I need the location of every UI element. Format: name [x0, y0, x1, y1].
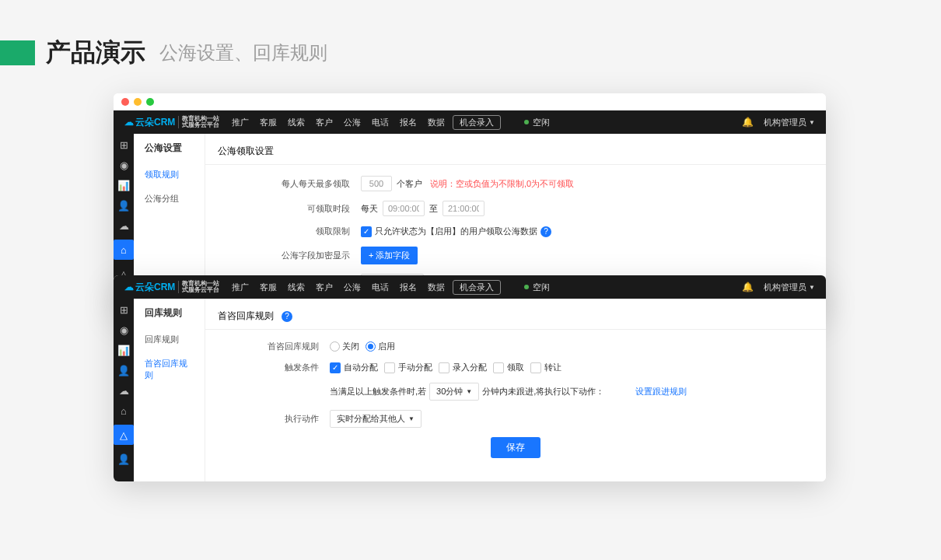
prefix-daily: 每天: [361, 203, 378, 215]
nav-baoming[interactable]: 报名: [400, 282, 417, 293]
user-menu[interactable]: 机构管理员▼: [764, 282, 815, 293]
logo: ☁云朵CRM 教育机构一站式服务云平台: [124, 116, 219, 129]
opt-manual: 手动分配: [398, 362, 432, 373]
rail-home-icon[interactable]: ⌂: [117, 404, 130, 417]
nav-dianhua[interactable]: 电话: [372, 282, 389, 293]
opt-auto: 自动分配: [344, 362, 378, 373]
nav-kehu[interactable]: 客户: [316, 117, 333, 128]
status-indicator: 空闲: [524, 117, 550, 128]
window-huiku: ☁云朵CRM 教育机构一站式服务云平台 推广 客服 线索 客户 公海 电话 报名…: [114, 275, 826, 481]
user-menu[interactable]: 机构管理员▼: [764, 117, 815, 128]
cb-manual[interactable]: [384, 362, 395, 373]
rail-person-icon[interactable]: 👤: [117, 453, 130, 465]
label-encrypt-fields: 公海字段加密显示: [205, 250, 361, 261]
chance-entry-button[interactable]: 机会录入: [453, 115, 501, 130]
rail-cloud-icon[interactable]: ☁: [117, 219, 130, 232]
nav-shuju[interactable]: 数据: [428, 117, 445, 128]
bell-icon[interactable]: 🔔: [742, 117, 753, 128]
rail-cloud-icon[interactable]: ☁: [117, 384, 130, 397]
cb-zhuanrang[interactable]: [530, 362, 541, 373]
nav-kefu[interactable]: 客服: [260, 117, 277, 128]
nav-tuiguang[interactable]: 推广: [232, 117, 249, 128]
link-follow-rule[interactable]: 设置跟进规则: [635, 386, 687, 397]
label-claim-limit: 领取限制: [205, 226, 361, 237]
nav-shuju[interactable]: 数据: [428, 282, 445, 293]
nav-links: 推广 客服 线索 客户 公海 电话 报名 数据: [232, 282, 445, 293]
label-off: 关闭: [342, 341, 359, 352]
nav-gonghai[interactable]: 公海: [344, 282, 361, 293]
bell-icon[interactable]: 🔔: [742, 282, 753, 292]
rail-chart-icon[interactable]: 📊: [117, 179, 130, 191]
logo: ☁云朵CRM 教育机构一站式服务云平台: [124, 281, 219, 294]
add-field-button[interactable]: + 添加字段: [361, 247, 418, 264]
opt-luru: 录入分配: [453, 362, 487, 373]
rail-shield-icon[interactable]: ◉: [117, 324, 130, 336]
rail-user-icon[interactable]: 👤: [117, 364, 130, 376]
label-on: 启用: [378, 341, 395, 352]
label-max-claim: 每人每天最多领取: [205, 178, 361, 190]
main-title: 公海领取设置: [205, 138, 826, 165]
rail-shield-icon[interactable]: ◉: [117, 159, 130, 171]
rail-user-icon[interactable]: 👤: [117, 199, 130, 212]
help-icon[interactable]: ?: [282, 311, 292, 322]
nav-xiansuo[interactable]: 线索: [288, 117, 305, 128]
opt-lingqu: 领取: [507, 362, 524, 373]
cb-auto[interactable]: ✓: [330, 362, 341, 373]
menu-title: 公海设置: [134, 134, 205, 163]
rail-grid-icon[interactable]: ⊞: [117, 138, 130, 151]
nav-kehu[interactable]: 客户: [316, 282, 333, 293]
cb-luru[interactable]: [439, 362, 450, 373]
checkbox-enabled-only[interactable]: ✓: [361, 226, 372, 237]
label-trigger: 触发条件: [205, 362, 330, 373]
slide-title: 产品演示: [46, 36, 145, 70]
close-icon[interactable]: [121, 98, 129, 106]
rail-recycle-icon[interactable]: △: [114, 425, 134, 445]
menu-huiku-guize[interactable]: 回库规则: [134, 327, 205, 352]
minimize-icon[interactable]: [134, 98, 142, 106]
nav-xiansuo[interactable]: 线索: [288, 282, 305, 293]
rail-home-icon[interactable]: ⌂: [114, 240, 134, 260]
save-button[interactable]: 保存: [491, 437, 540, 458]
help-icon[interactable]: ?: [540, 226, 551, 237]
input-max-claim[interactable]: [361, 176, 392, 191]
select-minutes[interactable]: 30分钟▼: [429, 383, 479, 401]
text-enabled-only: 只允许状态为【启用】的用户领取公海数据: [375, 226, 537, 237]
nav-dianhua[interactable]: 电话: [372, 117, 389, 128]
menu-gonghai-fenzu[interactable]: 公海分组: [134, 187, 205, 211]
cb-lingqu[interactable]: [493, 362, 504, 373]
input-time-to[interactable]: [443, 201, 484, 216]
maximize-icon[interactable]: [146, 98, 154, 106]
rail-grid-icon[interactable]: ⊞: [117, 303, 130, 316]
text-condition-mid: 分钟内未跟进,将执行以下动作：: [482, 386, 604, 397]
select-action[interactable]: 实时分配给其他人▼: [330, 410, 422, 428]
nav-kefu[interactable]: 客服: [260, 282, 277, 293]
input-time-from[interactable]: [383, 201, 425, 216]
nav-links: 推广 客服 线索 客户 公海 电话 报名 数据: [232, 117, 445, 128]
label-to: 至: [429, 203, 438, 215]
suffix-customers: 个客户: [397, 178, 422, 190]
rail-chart-icon[interactable]: 📊: [117, 344, 130, 356]
chance-entry-button[interactable]: 机会录入: [453, 280, 501, 295]
text-condition-pre: 当满足以上触发条件时,若: [330, 386, 426, 397]
label-action: 执行动作: [205, 413, 330, 425]
slide-subtitle: 公海设置、回库规则: [159, 40, 327, 65]
status-indicator: 空闲: [524, 282, 550, 293]
label-rule: 首咨回库规则: [205, 341, 330, 352]
opt-zhuanrang: 转让: [544, 362, 561, 373]
radio-off[interactable]: [330, 341, 340, 352]
main-title: 首咨回库规则: [218, 310, 274, 323]
nav-tuiguang[interactable]: 推广: [232, 282, 249, 293]
warning-text: 说明：空或负值为不限制,0为不可领取: [430, 178, 574, 190]
menu-shouzi-huiku[interactable]: 首咨回库规则: [134, 352, 205, 387]
nav-baoming[interactable]: 报名: [400, 117, 417, 128]
menu-title: 回库规则: [134, 299, 205, 327]
nav-gonghai[interactable]: 公海: [344, 117, 361, 128]
label-time-slot: 可领取时段: [205, 203, 361, 215]
menu-lingqu-guize[interactable]: 领取规则: [134, 163, 205, 187]
radio-on[interactable]: [366, 341, 376, 352]
